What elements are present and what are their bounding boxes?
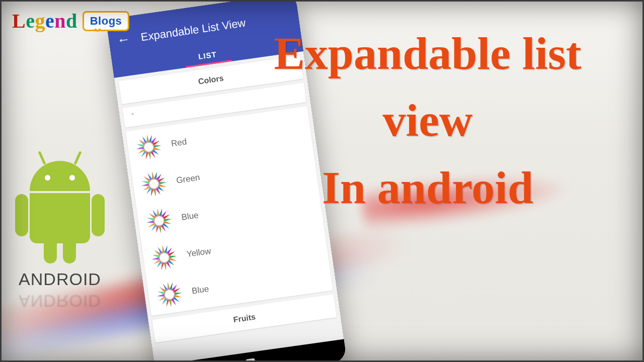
burst-icon — [144, 206, 175, 236]
item-label: Yellow — [186, 246, 212, 260]
logo-letter: d — [66, 10, 77, 32]
item-label: Green — [176, 172, 201, 186]
logo-letter: e — [45, 10, 54, 32]
logo-letter: e — [26, 10, 35, 32]
logo-letter: n — [54, 10, 66, 32]
chevron-up-icon: ˄ — [130, 112, 135, 121]
headline-line: Expandable list — [231, 20, 624, 87]
headline-text: Expandable list view In android — [231, 20, 624, 221]
burst-icon — [133, 132, 164, 162]
burst-icon — [149, 242, 180, 273]
android-robot-icon — [17, 161, 103, 243]
home-button-icon[interactable] — [246, 358, 256, 362]
burst-icon — [138, 168, 169, 199]
logo-letter: L — [12, 10, 26, 32]
logo-bubble: Blogs — [83, 11, 130, 31]
legend-blogs-logo: Legend Blogs — [12, 9, 129, 33]
headline-line: In android — [231, 154, 624, 221]
headline-line: view — [231, 87, 624, 154]
app-title: Expandable List View — [140, 16, 247, 44]
item-label: Blue — [191, 284, 209, 297]
burst-icon — [154, 279, 185, 310]
android-wordmark: ANDROID — [17, 269, 103, 289]
android-logo-block: ANDROID ANDROID — [17, 161, 103, 311]
item-label: Blue — [181, 210, 199, 223]
item-label: Red — [171, 137, 188, 149]
logo-letter: g — [35, 10, 45, 32]
back-arrow-icon[interactable]: ← — [116, 31, 131, 48]
android-wordmark-reflection: ANDROID — [17, 291, 103, 311]
